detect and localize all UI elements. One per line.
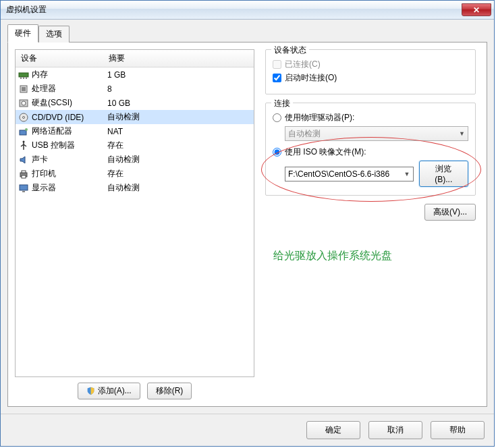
device-summary: 自动检测	[107, 111, 251, 123]
device-row[interactable]: CD/DVD (IDE)自动检测	[16, 110, 254, 124]
device-list-header: 设备 摘要	[16, 50, 254, 67]
device-name: CD/DVD (IDE)	[32, 113, 107, 122]
physical-drive-value: 自动检测	[288, 128, 321, 140]
device-summary: 自动检测	[107, 182, 251, 194]
annotation-text: 给光驱放入操作系统光盘	[273, 249, 392, 263]
tab-strip: 硬件 选项	[7, 24, 487, 43]
iso-path-combo[interactable]: F:\CentOS\CentOS-6.6-i386 ▼	[285, 167, 414, 181]
svg-rect-2	[23, 77, 24, 79]
ok-button[interactable]: 确定	[306, 421, 360, 439]
connection-title: 连接	[271, 98, 293, 109]
device-row[interactable]: 内存1 GB	[16, 67, 254, 82]
svg-rect-14	[22, 171, 26, 173]
content-area: 硬件 选项 设备 摘要 内存1 GB处理器8硬盘(SCSI)10 GBCD/DV…	[1, 20, 494, 414]
device-list[interactable]: 设备 摘要 内存1 GB处理器8硬盘(SCSI)10 GBCD/DVD (IDE…	[15, 49, 254, 377]
use-physical-label: 使用物理驱动器(P):	[285, 112, 354, 123]
cpu-icon	[18, 84, 29, 94]
cd-icon	[18, 112, 29, 123]
device-name: 声卡	[32, 154, 107, 165]
svg-rect-1	[20, 77, 22, 79]
add-button[interactable]: 添加(A)...	[78, 383, 140, 399]
device-summary: 10 GB	[107, 99, 251, 108]
tab-hardware[interactable]: 硬件	[7, 24, 38, 43]
svg-point-12	[23, 140, 25, 142]
memory-icon	[18, 69, 29, 80]
device-summary: NAT	[107, 127, 251, 136]
svg-point-9	[23, 116, 25, 118]
device-row[interactable]: 声卡自动检测	[16, 152, 254, 167]
add-button-label: 添加(A)...	[98, 385, 132, 397]
header-device[interactable]: 设备	[16, 50, 103, 67]
svg-rect-10	[20, 130, 26, 135]
connect-at-power-label: 启动时连接(O)	[285, 72, 337, 84]
svg-rect-3	[26, 77, 27, 79]
device-name: 显示器	[32, 182, 107, 194]
device-summary: 存在	[107, 168, 251, 179]
svg-rect-15	[22, 175, 26, 178]
connected-label: 已连接(C)	[285, 59, 321, 70]
chevron-down-icon: ▼	[404, 171, 410, 177]
connect-at-power-checkbox[interactable]	[273, 74, 281, 82]
shield-icon	[86, 387, 95, 395]
device-row[interactable]: 网络适配器NAT	[16, 124, 254, 138]
advanced-button[interactable]: 高级(V)...	[424, 204, 476, 221]
device-buttons: 添加(A)... 移除(R)	[15, 383, 254, 399]
device-summary: 8	[107, 84, 251, 94]
remove-button[interactable]: 移除(R)	[147, 383, 192, 399]
svg-rect-5	[22, 87, 26, 91]
device-row[interactable]: 打印机存在	[16, 167, 254, 181]
device-name: 打印机	[32, 168, 107, 179]
browse-button[interactable]: 浏览(B)...	[419, 161, 469, 187]
header-summary[interactable]: 摘要	[103, 50, 254, 67]
cancel-button[interactable]: 取消	[368, 421, 422, 439]
device-status-group: 设备状态 已连接(C) 启动时连接(O)	[265, 49, 476, 94]
printer-icon	[18, 169, 29, 179]
svg-point-7	[22, 101, 26, 105]
device-row[interactable]: 显示器自动检测	[16, 181, 254, 195]
svg-rect-17	[22, 191, 25, 192]
connected-checkbox[interactable]	[273, 60, 281, 69]
iso-path-value: F:\CentOS\CentOS-6.6-i386	[288, 169, 389, 179]
title-bar: 虚拟机设置 ✕	[1, 1, 494, 20]
device-name: 处理器	[32, 83, 107, 94]
tab-options[interactable]: 选项	[38, 26, 70, 43]
device-name: 内存	[32, 69, 107, 80]
device-summary: 存在	[107, 140, 251, 151]
svg-rect-16	[20, 185, 28, 190]
device-row[interactable]: 硬盘(SCSI)10 GB	[16, 96, 254, 110]
physical-drive-combo[interactable]: 自动检测 ▼	[285, 126, 468, 141]
tab-panel: 设备 摘要 内存1 GB处理器8硬盘(SCSI)10 GBCD/DVD (IDE…	[7, 42, 487, 407]
use-iso-label: 使用 ISO 映像文件(M):	[285, 146, 366, 158]
close-button[interactable]: ✕	[462, 3, 491, 16]
net-icon	[18, 126, 29, 137]
device-status-title: 设备状态	[271, 45, 309, 56]
device-row[interactable]: USB 控制器存在	[16, 138, 254, 152]
usb-icon	[18, 140, 29, 151]
svg-point-11	[25, 128, 28, 131]
window-title: 虚拟机设置	[6, 4, 47, 16]
use-iso-radio[interactable]	[273, 148, 281, 157]
device-name: 硬盘(SCSI)	[32, 97, 107, 109]
use-physical-radio[interactable]	[273, 113, 281, 122]
display-icon	[18, 183, 29, 194]
sound-icon	[18, 155, 29, 165]
device-summary: 1 GB	[107, 70, 251, 80]
svg-rect-0	[19, 73, 28, 77]
device-row[interactable]: 处理器8	[16, 82, 254, 96]
dialog-footer: 确定 取消 帮助	[1, 414, 494, 446]
right-column: 设备状态 已连接(C) 启动时连接(O) 连接 使用物理驱动器(P):	[261, 49, 480, 399]
hdd-icon	[18, 98, 29, 109]
device-summary: 自动检测	[107, 154, 251, 165]
left-column: 设备 摘要 内存1 GB处理器8硬盘(SCSI)10 GBCD/DVD (IDE…	[15, 49, 254, 399]
help-button[interactable]: 帮助	[431, 421, 485, 439]
close-icon: ✕	[473, 5, 480, 15]
connection-group: 连接 使用物理驱动器(P): 自动检测 ▼ 使用 ISO 映像文件(M):	[265, 103, 476, 196]
device-name: 网络适配器	[32, 125, 107, 137]
device-name: USB 控制器	[32, 140, 107, 151]
chevron-down-icon: ▼	[459, 130, 465, 137]
dialog-window: 虚拟机设置 ✕ 硬件 选项 设备 摘要 内存1 GB处理器8硬盘(SCSI)10…	[0, 0, 495, 447]
